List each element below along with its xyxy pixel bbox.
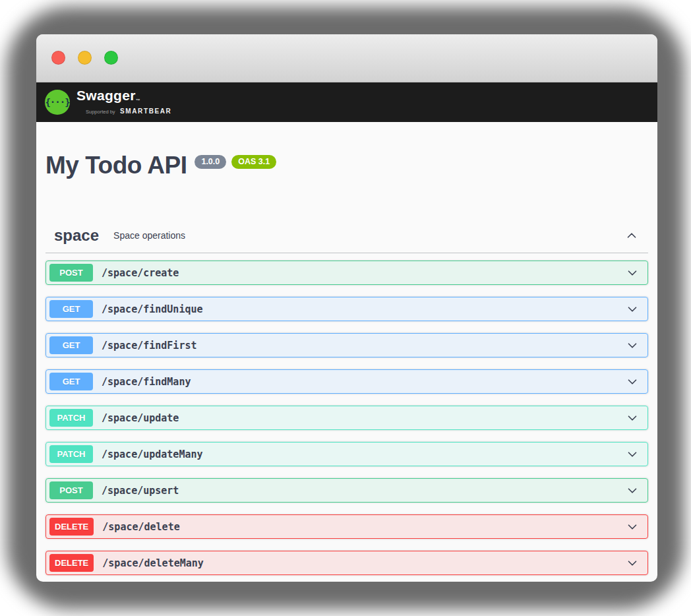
zoom-button[interactable] [104, 51, 118, 65]
chevron-up-icon [624, 228, 639, 243]
chevron-down-icon[interactable] [625, 520, 640, 534]
operation-row[interactable]: DELETE /space/deleteMany [45, 551, 648, 575]
operation-row[interactable]: GET /space/findUnique [45, 297, 648, 321]
chevron-down-icon[interactable] [625, 375, 640, 389]
swagger-logo-icon: {···} [45, 90, 70, 115]
smartbear-logo-text: SMARTBEAR [120, 108, 171, 115]
operation-path: /space/deleteMany [102, 557, 204, 569]
titlebar [36, 34, 657, 82]
oas-badge: OAS 3.1 [231, 155, 276, 169]
screenshot-stage: {···} Swagger™ Supported by SMARTBEAR My… [0, 0, 691, 616]
operation-row[interactable]: DELETE /space/delete [45, 514, 648, 539]
swagger-logo-link[interactable]: {···} Swagger™ Supported by SMARTBEAR [45, 88, 171, 115]
operation-row[interactable]: GET /space/findMany [45, 369, 648, 394]
method-badge: PATCH [49, 409, 93, 427]
operation-row[interactable]: GET /space/findFirst [45, 333, 648, 357]
chevron-down-icon[interactable] [625, 266, 640, 280]
operation-path: /space/update [102, 412, 179, 424]
operation-path: /space/findFirst [102, 340, 197, 352]
operation-path: /space/findMany [102, 376, 191, 388]
swagger-brand-name: Swagger™ [76, 88, 140, 103]
method-badge: GET [49, 300, 93, 318]
chevron-down-icon[interactable] [625, 338, 640, 353]
app-window: {···} Swagger™ Supported by SMARTBEAR My… [36, 34, 657, 582]
method-badge: POST [49, 481, 93, 499]
operation-row[interactable]: PATCH /space/update [45, 406, 648, 430]
section-divider [45, 253, 648, 253]
chevron-down-icon[interactable] [625, 447, 640, 462]
method-badge: GET [49, 336, 93, 354]
operation-row[interactable]: POST /space/upsert [45, 478, 648, 503]
supported-by-label: Supported by [86, 109, 115, 115]
operation-path: /space/delete [102, 521, 179, 533]
api-badges: 1.0.0 OAS 3.1 [195, 155, 276, 169]
tag-section-header-space[interactable]: space Space operations [45, 226, 648, 245]
chevron-down-icon[interactable] [625, 411, 640, 425]
trademark-symbol: ™ [136, 98, 140, 103]
swagger-topbar: {···} Swagger™ Supported by SMARTBEAR [36, 82, 657, 122]
method-badge: DELETE [49, 518, 94, 536]
operation-path: /space/create [102, 267, 179, 279]
chevron-down-icon[interactable] [625, 483, 640, 498]
swagger-brand-block: Swagger™ Supported by SMARTBEAR [76, 88, 171, 115]
operation-path: /space/updateMany [102, 448, 203, 460]
collapse-section-button[interactable] [624, 228, 639, 243]
page-title: My Todo API [45, 153, 187, 177]
api-info: My Todo API 1.0.0 OAS 3.1 [45, 153, 648, 177]
method-badge: GET [49, 373, 93, 390]
operations-list: POST /space/create GET /space/findUnique… [45, 261, 648, 575]
method-badge: DELETE [49, 554, 94, 572]
chevron-down-icon[interactable] [625, 556, 640, 570]
operation-row[interactable]: POST /space/create [45, 261, 648, 285]
tag-name: space [54, 226, 99, 245]
operation-path: /space/upsert [102, 485, 179, 497]
chevron-down-icon[interactable] [625, 302, 640, 317]
method-badge: PATCH [49, 445, 93, 463]
operation-path: /space/findUnique [102, 303, 203, 315]
tag-description: Space operations [113, 230, 185, 241]
supported-by-line: Supported by SMARTBEAR [86, 104, 171, 116]
version-badge: 1.0.0 [195, 155, 226, 169]
method-badge: POST [49, 264, 93, 282]
api-doc-content: My Todo API 1.0.0 OAS 3.1 space Space op… [36, 122, 657, 575]
traffic-lights [51, 51, 118, 65]
operation-row[interactable]: PATCH /space/updateMany [45, 442, 648, 466]
minimize-button[interactable] [78, 51, 92, 65]
close-button[interactable] [51, 51, 65, 65]
